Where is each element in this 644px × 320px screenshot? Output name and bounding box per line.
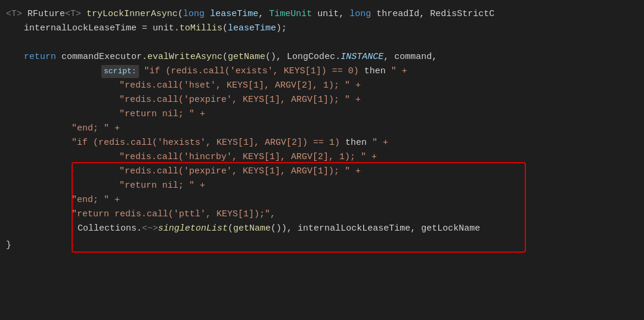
line-7: "redis.call('pexpire', KEYS[1], ARGV[1])… [0,93,644,107]
kw-long2: long [349,7,371,21]
comma1: , [258,7,269,21]
param-lease [205,7,210,21]
line-15: "return redis.call('pttl', KEYS[1]);", [0,207,644,222]
line-5: script: "if (redis.call('exists', KEYS[1… [0,64,644,79]
line-2: internalLockLeaseTime = unit.toMillis(le… [0,21,644,36]
paren2: ( [222,50,228,64]
string-after-then: " + [386,64,407,79]
paren: ( [222,21,228,36]
line-9: "end; " + [0,122,644,136]
return-kw: return [24,50,56,64]
eval-write: evalWriteAsync [147,50,222,64]
space [81,7,86,21]
lease-param: leaseTime [228,21,276,36]
singleton-list: singletonList [158,222,228,236]
internal-lock: internalLockLeaseTime = unit. [24,21,179,36]
end: ); [276,21,287,36]
line-empty [0,36,644,50]
line-1: <T> RFuture<T> tryLockInnerAsync(long le… [0,7,644,21]
collections: Collections. [78,222,142,236]
string-end1: "end; " + [72,122,120,136]
type-timeunit: TimeUnit [269,7,312,21]
param-threadid: threadId, RedisStrictC [371,7,494,21]
line-17: } [0,238,644,253]
instance: INSTANCE [340,50,383,64]
paren5: ()), internalLockLeaseTime, getLockName [271,222,480,236]
string-return-nil1: "return nil; " + [119,107,205,122]
paren4: ( [228,222,233,236]
line-4: return commandExecutor.evalWriteAsync(ge… [0,50,644,64]
to-millis: toMillis [179,21,222,36]
line-12: "redis.call('pexpire', KEYS[1], ARGV[1])… [0,164,644,179]
string-pexpire1: "redis.call('pexpire', KEYS[1], ARGV[1])… [119,93,361,107]
string-hexists-end: " + [367,136,388,150]
script-badge: script: [101,65,139,79]
comma2: , command, [383,50,437,64]
generic-t: <T> [65,7,81,21]
generic-arrow: <~> [142,222,158,236]
method-name: tryLockInnerAsync [86,7,178,21]
line-10: "if (redis.call('hexists', KEYS[1], ARGV… [0,136,644,150]
line-8: "return nil; " + [0,107,644,122]
then-kw2: then [345,136,367,150]
string-hset: "redis.call('hset', KEYS[1], ARGV[2], 1)… [119,79,361,93]
string-pexpire2: "redis.call('pexpire', KEYS[1], ARGV[1])… [119,164,361,179]
angle-bracket-t: <T> [6,7,22,21]
line-14: "end; " + [0,193,644,207]
kw-long1: long [183,7,205,21]
string-exists: "if (redis.call('exists', KEYS[1]) == 0) [139,64,364,79]
paren3: (), LongCodec. [265,50,340,64]
string-hexists: "if (redis.call('hexists', KEYS[1], ARGV… [72,136,345,150]
string-pttl: "return redis.call('pttl', KEYS[1]);", [72,207,275,222]
get-name2: getName [233,222,271,236]
paren-open: ( [178,7,183,21]
param-leasetime: leaseTime [210,7,258,21]
then-kw: then [364,64,386,79]
line-6: "redis.call('hset', KEYS[1], ARGV[2], 1)… [0,79,644,93]
class-name: RFuture [22,7,65,21]
cmd-exec: commandExecutor. [56,50,147,64]
closing-brace: } [6,238,11,253]
string-hincrby: "redis.call('hincrby', KEYS[1], ARGV[2],… [119,150,377,164]
line-16: Collections.<~>singletonList(getName()),… [0,222,644,236]
get-name: getName [228,50,265,64]
line-13: "return nil; " + [0,179,644,193]
line-11: "redis.call('hincrby', KEYS[1], ARGV[2],… [0,150,644,164]
code-container: <T> RFuture<T> tryLockInnerAsync(long le… [0,0,644,320]
param-unit: unit, [312,7,349,21]
string-return-nil2: "return nil; " + [119,179,205,193]
string-end2: "end; " + [72,193,120,207]
